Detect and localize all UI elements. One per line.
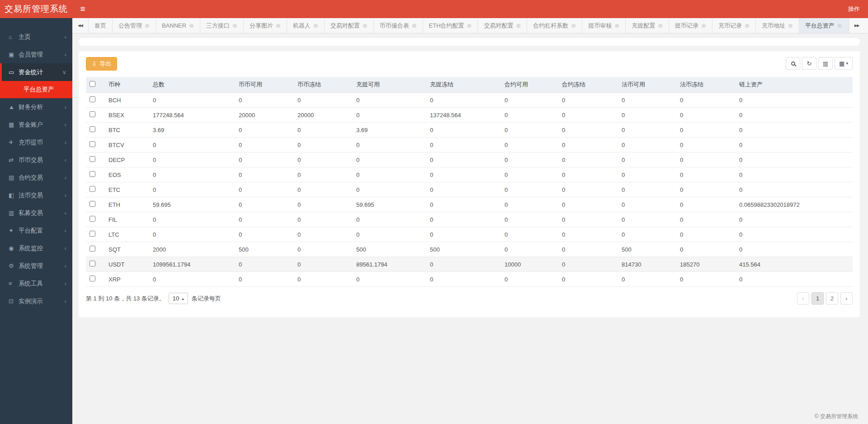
refresh-tab-button[interactable]: ↻ 刷新 (865, 18, 868, 33)
tab-trading-pair-config-1[interactable]: 交易对配置 ⊗ (325, 18, 374, 33)
tab-withdraw-records[interactable]: 提币记录 ⊗ (669, 18, 712, 33)
tab-platform-total-assets[interactable]: 平台总资产 ⊗ (799, 18, 849, 33)
tab-share-image[interactable]: 分享图片 ⊗ (244, 18, 287, 33)
page-button-2[interactable]: 2 (826, 292, 838, 305)
value-cell: 0 (353, 227, 426, 242)
close-icon[interactable]: ⊗ (232, 22, 237, 29)
caret-up-icon: ▴ (182, 296, 184, 301)
tab-banner[interactable]: BANNER ⊗ (156, 18, 200, 33)
sidebar-item-system-monitor[interactable]: ◉ 系统监控 ‹ (0, 239, 72, 257)
sidebar-item-members[interactable]: ▣ 会员管理 ‹ (0, 46, 72, 63)
topbar-action-menu[interactable]: 操作 (840, 0, 868, 18)
value-cell: 20000 (294, 108, 353, 123)
close-icon[interactable]: ⊗ (363, 22, 368, 29)
tab-withdraw-review[interactable]: 提币审核 ⊗ (582, 18, 626, 33)
table-row: BSEX177248.56420000200000137248.56400000 (86, 108, 853, 123)
row-checkbox[interactable] (90, 261, 95, 267)
value-cell: 0 (353, 108, 426, 123)
close-icon[interactable]: ⊗ (701, 22, 706, 29)
tab-robot[interactable]: 机器人 ⊗ (287, 18, 325, 33)
search-button[interactable] (786, 57, 800, 70)
value-cell: 0 (676, 242, 736, 257)
value-cell: 0 (558, 182, 618, 197)
close-icon[interactable]: ⊗ (467, 22, 472, 29)
sidebar-item-private-trading[interactable]: ▥ 私募交易 ‹ (0, 204, 72, 222)
value-cell: 0 (501, 123, 558, 138)
select-all-checkbox[interactable] (90, 81, 95, 87)
row-checkbox[interactable] (90, 171, 95, 177)
sidebar-item-demo[interactable]: ⊡ 实例演示 ‹ (0, 292, 72, 310)
tab-eth-contract-config[interactable]: ETH合约配置 ⊗ (423, 18, 478, 33)
close-icon[interactable]: ⊗ (516, 22, 521, 29)
tabs-scroll-right-icon[interactable]: ▶▶ (849, 18, 865, 33)
close-icon[interactable]: ⊗ (837, 22, 842, 29)
sidebar-subitem-platform-total-assets[interactable]: 平台总资产 (0, 81, 72, 98)
close-icon[interactable]: ⊗ (571, 22, 576, 29)
tab-deposit-records[interactable]: 充币记录 ⊗ (712, 18, 756, 33)
value-cell: 0 (501, 152, 558, 167)
sidebar-item-platform-config[interactable]: ✦ 平台配置 ‹ (0, 222, 72, 239)
close-icon[interactable]: ⊗ (412, 22, 417, 29)
col-contract-frozen: 合约冻结 (558, 77, 618, 93)
row-checkbox[interactable] (90, 246, 95, 252)
prev-page-button[interactable]: ‹ (797, 292, 809, 305)
close-icon[interactable]: ⊗ (313, 22, 318, 29)
value-cell: 0 (618, 182, 676, 197)
page-size-select[interactable]: 10 ▴ (169, 293, 188, 304)
close-icon[interactable]: ⊗ (658, 22, 663, 29)
tab-third-party-api[interactable]: 三方接口 ⊗ (200, 18, 244, 33)
row-checkbox[interactable] (90, 276, 95, 281)
tab-deposit-withdraw-config[interactable]: 充提配置 ⊗ (626, 18, 669, 33)
row-checkbox[interactable] (90, 126, 95, 132)
search-icon (791, 62, 795, 66)
value-cell: 0 (235, 197, 294, 212)
menu-toggle-icon[interactable]: ≡ (72, 0, 93, 18)
row-checkbox[interactable] (90, 186, 95, 192)
close-icon[interactable]: ⊗ (614, 22, 619, 29)
row-checkbox[interactable] (90, 156, 95, 162)
tabs-scroll-left-icon[interactable]: ◀◀ (72, 18, 89, 33)
sidebar-item-coin-trading[interactable]: ⇄ 币币交易 ‹ (0, 151, 72, 169)
row-checkbox[interactable] (90, 96, 95, 102)
sidebar-item-system-tools[interactable]: ≡ 系统工具 ‹ (0, 275, 72, 292)
toggle-view-button[interactable]: ▥ (818, 57, 833, 70)
tab-homepage[interactable]: 首页 (89, 18, 113, 33)
close-icon[interactable]: ⊗ (788, 22, 793, 29)
sidebar-item-fund-accounts[interactable]: ▦ 资金账户 ‹ (0, 116, 72, 133)
value-cell: 0.06598823302018972 (736, 197, 853, 212)
sidebar-item-finance-analysis[interactable]: ▲ 财务分析 ‹ (0, 98, 72, 116)
row-checkbox[interactable] (90, 111, 95, 117)
close-icon[interactable]: ⊗ (745, 22, 750, 29)
next-page-button[interactable]: › (840, 292, 853, 305)
close-icon[interactable]: ⊗ (145, 22, 150, 29)
close-icon[interactable]: ⊗ (276, 22, 281, 29)
currency-cell: BTC (105, 123, 149, 138)
sidebar-item-home[interactable]: ⌂ 主页 ‹ (0, 28, 72, 46)
value-cell: 0 (501, 197, 558, 212)
monitor-icon: ⊡ (9, 298, 19, 305)
row-checkbox[interactable] (90, 201, 95, 207)
tab-contract-leverage[interactable]: 合约杠杆系数 ⊗ (527, 18, 582, 33)
tab-trading-pair-config-2[interactable]: 交易对配置 ⊗ (478, 18, 527, 33)
sidebar-item-fiat-trading[interactable]: ◧ 法币交易 ‹ (0, 186, 72, 204)
sidebar-item-system-management[interactable]: ⚙ 系统管理 ‹ (0, 257, 72, 275)
row-checkbox[interactable] (90, 141, 95, 147)
columns-dropdown-button[interactable]: ▦ ▾ (835, 57, 853, 70)
refresh-table-button[interactable]: ↻ (802, 57, 816, 70)
tab-notice-management[interactable]: 公告管理 ⊗ (113, 18, 156, 33)
sidebar-item-fund-statistics[interactable]: ▭ 资金统计 ∨ (0, 63, 72, 81)
close-icon[interactable]: ⊗ (189, 22, 194, 29)
tab-deposit-address[interactable]: 充币地址 ⊗ (756, 18, 799, 33)
row-checkbox[interactable] (90, 231, 95, 237)
value-cell: 1099561.1794 (149, 257, 235, 272)
value-cell: 0 (501, 138, 558, 152)
value-cell: 0 (426, 272, 501, 287)
sidebar-item-contract-trading[interactable]: ▤ 合约交易 ‹ (0, 169, 72, 186)
chevron-left-icon: ‹ (65, 210, 72, 216)
row-checkbox[interactable] (90, 216, 95, 222)
currency-cell: ETH (105, 197, 149, 212)
tab-coin-matching-table[interactable]: 币币撮合表 ⊗ (374, 18, 423, 33)
sidebar-item-deposit-withdraw[interactable]: ✈ 充币提币 ‹ (0, 133, 72, 151)
export-button[interactable]: ⇩ 导出 (86, 57, 117, 71)
page-button-1[interactable]: 1 (811, 292, 824, 305)
